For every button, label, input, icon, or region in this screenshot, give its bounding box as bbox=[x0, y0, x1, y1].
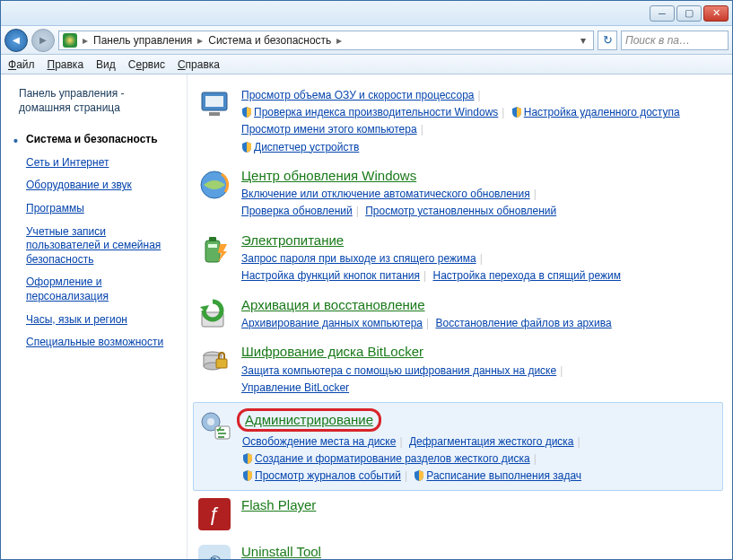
sublink-check-updates[interactable]: Проверка обновлений bbox=[241, 205, 353, 217]
search-placeholder: Поиск в па… bbox=[625, 34, 690, 47]
shield-icon bbox=[242, 452, 255, 465]
category-title-bitlocker[interactable]: Шифрование диска BitLocker bbox=[241, 343, 423, 361]
sublink-wake-password[interactable]: Запрос пароля при выходе из спящего режи… bbox=[241, 252, 476, 265]
sidebar-item-programs[interactable]: Программы bbox=[1, 198, 187, 220]
category-system-partial: Просмотр объема ОЗУ и скорости процессор… bbox=[193, 80, 723, 162]
sublink-event-log[interactable]: Просмотр журналов событий bbox=[255, 469, 401, 482]
sublink-perf-index[interactable]: Проверка индекса производительности Wind… bbox=[254, 106, 498, 118]
sidebar-item-accessibility[interactable]: Специальные возможности bbox=[1, 332, 187, 354]
sublink-bitlocker-manage[interactable]: Управление BitLocker bbox=[241, 381, 349, 394]
sublink-backup-data[interactable]: Архивирование данных компьютера bbox=[241, 317, 423, 329]
svg-point-13 bbox=[207, 418, 214, 425]
sublink-disk-cleanup[interactable]: Освобождение места на диске bbox=[242, 435, 396, 448]
category-uninstall-tool: ⎋ Uninstall Tool bbox=[193, 538, 723, 559]
address-bar: ◄ ► ▸ Панель управления ▸ Система и безо… bbox=[1, 26, 732, 55]
sublink-ram[interactable]: Просмотр объема ОЗУ и скорости процессор… bbox=[241, 89, 475, 101]
chevron-icon: ▸ bbox=[194, 34, 206, 47]
sublink-defrag[interactable]: Дефрагментация жесткого диска bbox=[409, 435, 574, 448]
category-title-uninstall[interactable]: Uninstall Tool bbox=[241, 543, 321, 559]
category-admin-tools: Администрирование Освобождение места на … bbox=[193, 402, 723, 491]
main-content: Просмотр объема ОЗУ и скорости процессор… bbox=[188, 74, 732, 559]
svg-rect-11 bbox=[216, 359, 227, 368]
sidebar-item-appearance[interactable]: Оформление и персонализация bbox=[1, 272, 187, 307]
uninstall-tool-icon: ⎋ bbox=[196, 543, 232, 559]
search-input[interactable]: Поиск в па… bbox=[621, 31, 729, 50]
category-title-flash[interactable]: Flash Player bbox=[241, 496, 316, 514]
chevron-icon: ▸ bbox=[333, 34, 345, 47]
menu-help[interactable]: Справка bbox=[178, 58, 220, 71]
shield-icon bbox=[241, 141, 254, 153]
sublink-bitlocker-protect[interactable]: Защита компьютера с помощью шифрования д… bbox=[241, 364, 556, 377]
breadcrumb-dropdown-icon[interactable]: ▾ bbox=[577, 34, 589, 47]
category-windows-update: Центр обновления Windows Включение или о… bbox=[193, 162, 723, 226]
sidebar-item-hardware[interactable]: Оборудование и звук bbox=[1, 175, 187, 197]
sidebar: Панель управления - домашняя страница Си… bbox=[1, 74, 188, 559]
sublink-restore-files[interactable]: Восстановление файлов из архива bbox=[435, 317, 611, 329]
sublink-scheduler[interactable]: Расписание выполнения задач bbox=[426, 469, 581, 482]
svg-rect-2 bbox=[209, 112, 220, 116]
sublink-view-installed[interactable]: Просмотр установленных обновлений bbox=[365, 205, 556, 217]
maximize-button[interactable]: ▢ bbox=[676, 5, 702, 22]
sublink-device-mgr[interactable]: Диспетчер устройств bbox=[254, 141, 359, 153]
back-button[interactable]: ◄ bbox=[4, 29, 28, 52]
flash-player-icon: ƒ bbox=[196, 496, 232, 532]
category-bitlocker: Шифрование диска BitLocker Защита компью… bbox=[193, 337, 723, 402]
shield-icon bbox=[414, 469, 426, 482]
sublink-sleep[interactable]: Настройка перехода в спящий режим bbox=[432, 269, 620, 282]
svg-rect-4 bbox=[205, 241, 220, 262]
sublink-computer-name[interactable]: Просмотр имени этого компьютера bbox=[241, 123, 417, 136]
sublink-power-buttons[interactable]: Настройка функций кнопок питания bbox=[241, 269, 420, 282]
sublink-partitions[interactable]: Создание и форматирование разделов жестк… bbox=[255, 452, 530, 465]
refresh-button[interactable]: ↻ bbox=[598, 31, 617, 50]
control-panel-icon bbox=[63, 33, 77, 48]
category-title-power[interactable]: Электропитание bbox=[241, 232, 344, 249]
battery-icon bbox=[196, 232, 232, 267]
menu-view[interactable]: Вид bbox=[96, 58, 116, 71]
admin-tools-icon bbox=[197, 408, 233, 444]
bitlocker-icon bbox=[196, 343, 232, 379]
category-flash: ƒ Flash Player bbox=[193, 491, 723, 538]
shield-icon bbox=[241, 106, 254, 118]
titlebar: ─ ▢ ✕ bbox=[1, 1, 732, 26]
svg-rect-6 bbox=[208, 244, 217, 248]
system-icon bbox=[196, 85, 232, 121]
sidebar-item-network[interactable]: Сеть и Интернет bbox=[1, 153, 187, 174]
sidebar-item-users[interactable]: Учетные записи пользователей и семейная … bbox=[1, 222, 187, 271]
breadcrumb[interactable]: ▸ Панель управления ▸ Система и безопасн… bbox=[58, 31, 594, 50]
menu-edit[interactable]: Правка bbox=[48, 58, 84, 71]
forward-button[interactable]: ► bbox=[31, 29, 55, 52]
category-power: Электропитание Запрос пароля при выходе … bbox=[193, 226, 723, 291]
menu-bar: Файл Правка Вид Сервис Справка bbox=[1, 55, 732, 74]
chevron-icon: ▸ bbox=[79, 34, 92, 47]
sidebar-item-system-security[interactable]: Система и безопасность bbox=[1, 129, 187, 151]
close-button[interactable]: ✕ bbox=[703, 5, 729, 22]
shield-icon bbox=[242, 469, 255, 482]
sidebar-home[interactable]: Панель управления - домашняя страница bbox=[1, 83, 187, 118]
category-backup: Архивация и восстановление Архивирование… bbox=[193, 291, 723, 338]
category-title-admin-tools[interactable]: Администрирование bbox=[237, 408, 381, 432]
sublink-auto-update[interactable]: Включение или отключение автоматического… bbox=[241, 188, 530, 200]
svg-rect-5 bbox=[209, 237, 216, 241]
menu-file[interactable]: Файл bbox=[8, 58, 35, 71]
sublink-remote[interactable]: Настройка удаленного доступа bbox=[524, 106, 680, 118]
menu-tools[interactable]: Сервис bbox=[128, 58, 165, 71]
breadcrumb-item[interactable]: Система и безопасность bbox=[208, 34, 331, 47]
svg-rect-1 bbox=[205, 96, 223, 107]
breadcrumb-item[interactable]: Панель управления bbox=[93, 34, 192, 47]
category-title-backup[interactable]: Архивация и восстановление bbox=[241, 296, 425, 314]
sidebar-item-clock[interactable]: Часы, язык и регион bbox=[1, 310, 187, 331]
minimize-button[interactable]: ─ bbox=[650, 5, 675, 22]
windows-update-icon bbox=[196, 167, 232, 203]
shield-icon bbox=[511, 106, 524, 118]
category-title-windows-update[interactable]: Центр обновления Windows bbox=[241, 167, 416, 185]
backup-icon bbox=[196, 296, 232, 332]
